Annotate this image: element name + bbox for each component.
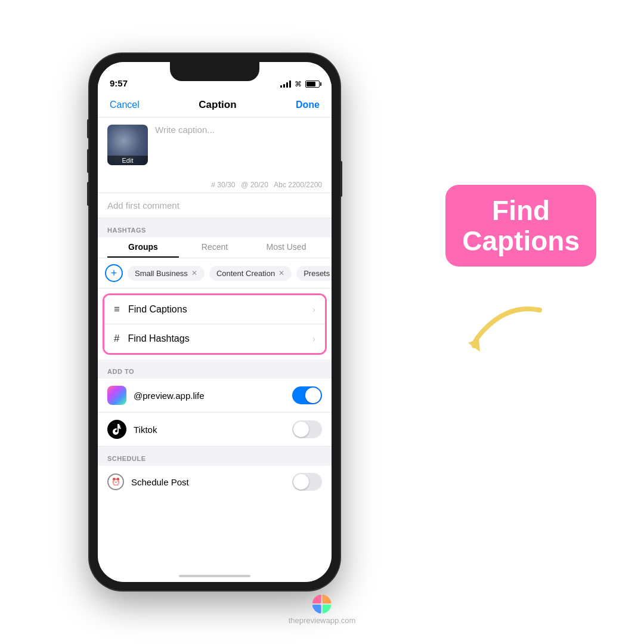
account-left: @preview.app.life: [107, 386, 205, 405]
silent-button: [87, 119, 89, 138]
tiktok-left: Tiktok: [107, 420, 157, 439]
edit-label[interactable]: Edit: [107, 156, 148, 165]
status-time: 9:57: [110, 78, 128, 88]
arrow-icon: [462, 298, 546, 358]
volume-up-button: [87, 149, 89, 173]
preview-account-name: @preview.app.life: [134, 391, 205, 401]
chevron-right-icon: ›: [312, 305, 315, 314]
find-hashtags-label: Find Hashtags: [128, 333, 189, 344]
logo-domain: thepreviewapp.com: [289, 616, 356, 625]
remove-chip-icon[interactable]: ✕: [191, 269, 197, 277]
schedule-label: Schedule Post: [131, 477, 189, 487]
hashtags-section-header: HASHTAGS: [98, 218, 332, 237]
schedule-section-header: SCHEDULE: [98, 447, 332, 466]
logo-area: thepreviewapp.com: [289, 595, 356, 625]
char-count: Abc 2200/2200: [274, 181, 322, 189]
find-hashtags-item[interactable]: # Find Hashtags ›: [104, 324, 325, 353]
add-to-section-header: ADD TO: [98, 360, 332, 379]
chip-content-creation[interactable]: Content Creation ✕: [209, 266, 292, 281]
phone-mockup: 9:57 ⌘ Cancel Caption Done: [89, 54, 340, 590]
caption-stats: # 30/30 @ 20/20 Abc 2200/2200: [98, 177, 332, 193]
hash-icon: #: [114, 333, 119, 345]
toggle-knob: [293, 422, 309, 437]
phone-screen: 9:57 ⌘ Cancel Caption Done: [98, 62, 332, 582]
chip-presets[interactable]: Presets: [296, 266, 332, 281]
tab-groups[interactable]: Groups: [107, 242, 179, 258]
hashtag-chips: + Small Business ✕ Content Creation ✕ Pr…: [98, 258, 332, 289]
first-comment-input[interactable]: Add first comment: [98, 193, 332, 218]
highlight-section: ≡ Find Captions › # Find Hashtags ›: [103, 293, 327, 355]
schedule-post-item: ⏰ Schedule Post: [98, 466, 332, 498]
tiktok-label: Tiktok: [134, 425, 157, 435]
tab-most-used[interactable]: Most Used: [250, 242, 322, 258]
cancel-button[interactable]: Cancel: [110, 100, 140, 110]
preview-account-icon: [107, 386, 126, 405]
app-logo: [312, 595, 332, 614]
badge-line2: Captions: [462, 226, 580, 256]
status-icons: ⌘: [280, 80, 320, 88]
wifi-icon: ⌘: [295, 80, 302, 88]
chip-small-business[interactable]: Small Business ✕: [128, 266, 205, 281]
menu-item-left: # Find Hashtags: [114, 333, 190, 345]
schedule-toggle[interactable]: [292, 473, 322, 491]
menu-item-left: ≡ Find Captions: [114, 304, 187, 315]
chevron-right-icon: ›: [312, 334, 315, 343]
logo-cell-3: [312, 605, 321, 614]
badge-line1: Find: [462, 196, 580, 226]
toggle-knob: [293, 474, 309, 490]
caption-input[interactable]: Write caption...: [155, 125, 322, 170]
remove-chip-icon[interactable]: ✕: [278, 269, 284, 277]
power-button: [340, 161, 342, 197]
tiktok-icon: [107, 420, 126, 439]
home-indicator: [179, 575, 250, 577]
add-group-button[interactable]: +: [105, 264, 123, 282]
lines-icon: ≡: [114, 304, 120, 315]
logo-cell-1: [312, 595, 321, 603]
tiktok-toggle[interactable]: [292, 420, 322, 438]
nav-bar: Cancel Caption Done: [98, 92, 332, 117]
arrow-container: [462, 298, 546, 360]
find-captions-label: Find Captions: [128, 304, 187, 315]
notch: [170, 62, 259, 81]
clock-icon: ⏰: [107, 473, 124, 490]
toggle-knob: [305, 388, 321, 403]
find-captions-badge: Find Captions: [445, 185, 596, 267]
hashtag-tabs: Groups Recent Most Used: [98, 237, 332, 258]
svg-marker-0: [468, 339, 480, 352]
highlighted-wrapper: ≡ Find Captions › # Find Hashtags ›: [98, 289, 332, 360]
signal-icon: [280, 80, 291, 88]
app-content: Cancel Caption Done Edit Write caption..…: [98, 92, 332, 582]
preview-account-item: @preview.app.life: [98, 379, 332, 413]
done-button[interactable]: Done: [296, 100, 320, 110]
nav-title: Caption: [199, 99, 236, 111]
schedule-left: ⏰ Schedule Post: [107, 473, 189, 490]
volume-down-button: [87, 182, 89, 206]
chip-label: Content Creation: [216, 269, 275, 278]
post-thumbnail[interactable]: Edit: [107, 125, 148, 165]
battery-icon: [305, 80, 320, 88]
tab-recent[interactable]: Recent: [179, 242, 250, 258]
hashtag-count: # 30/30: [211, 181, 235, 189]
chip-label: Presets: [304, 269, 330, 278]
logo-cell-4: [323, 605, 332, 614]
tiktok-item: Tiktok: [98, 413, 332, 447]
mention-count: @ 20/20: [241, 181, 268, 189]
caption-area: Edit Write caption...: [98, 117, 332, 177]
chip-label: Small Business: [135, 269, 188, 278]
logo-cell-2: [323, 595, 332, 603]
find-captions-item[interactable]: ≡ Find Captions ›: [104, 295, 325, 324]
preview-toggle[interactable]: [292, 386, 322, 404]
